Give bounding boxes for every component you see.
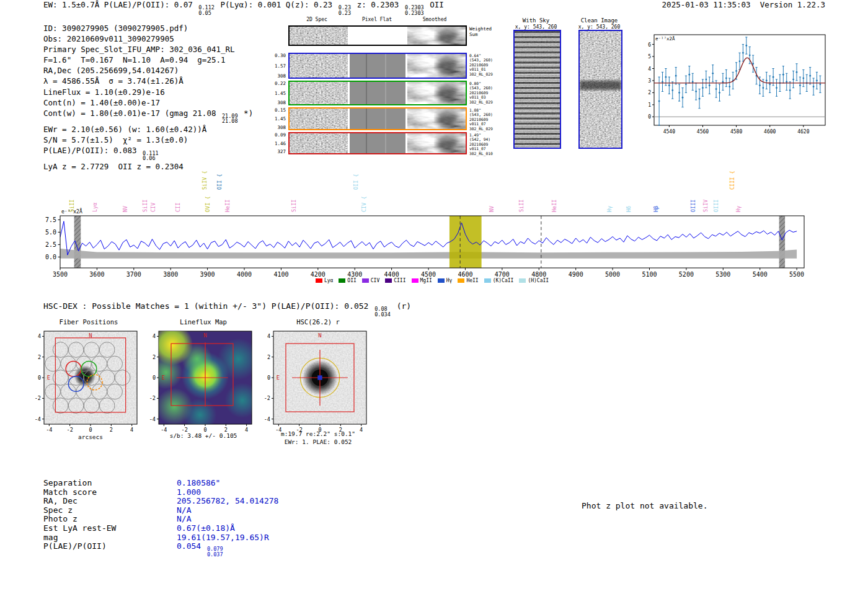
spectral-line-label: CIV (150, 203, 156, 212)
match-table-row: Separation0.180586" (43, 479, 278, 488)
match-field-value: 19.61(19.57,19.65)R (177, 533, 269, 543)
line-fit-plot: 454045604580460046200123456e⁻¹⁷x2Å (642, 29, 831, 143)
legend-item: OII (339, 278, 356, 283)
catalog-match-table: Separation0.180586"Match score1.000RA, D… (43, 479, 278, 557)
svg-text:0: 0 (648, 114, 651, 120)
match-field-label: Spec z (43, 506, 177, 515)
phot-z-note: Phot z plot not available. (582, 501, 708, 510)
svg-text:2: 2 (38, 354, 41, 360)
svg-text:4600: 4600 (458, 271, 472, 278)
svg-text:5100: 5100 (642, 271, 657, 278)
cutout-right-labels: Weighted Sum (469, 26, 492, 37)
svg-text:-4: -4 (149, 416, 156, 422)
match-field-label: Photo z (43, 515, 177, 524)
info-line: ID: 3090279905 (3090279905.pdf) (43, 23, 253, 33)
info-line: F=1.6" T=0.167 N=1.10 A=0.94 g=25.1 (43, 55, 253, 65)
svg-text:-2: -2 (149, 395, 156, 401)
spectral-line-label: Hδ (626, 206, 632, 212)
spectral-line-label: SiII (291, 200, 297, 212)
east-label: E (162, 375, 165, 381)
legend-swatch (519, 278, 526, 283)
svg-text:3600: 3600 (89, 271, 104, 278)
legend-item: (H)CaII (519, 278, 549, 283)
header-bar: EW: 1.5±0.7Å P(LAE)/P(OII): 0.07 0.1120.… (0, 0, 868, 16)
hsc-image-svg: -4-4-2-2002244NE (260, 325, 375, 444)
svg-text:0: 0 (38, 375, 41, 381)
svg-text:4100: 4100 (273, 271, 288, 278)
svg-text:4: 4 (153, 333, 156, 339)
svg-text:4560: 4560 (697, 129, 709, 135)
svg-text:3700: 3700 (126, 271, 141, 278)
svg-text:arcsecs: arcsecs (78, 433, 103, 440)
match-table-row: Photo zN/A (43, 515, 278, 524)
svg-text:0: 0 (153, 375, 156, 381)
svg-text:2.5: 2.5 (45, 241, 56, 248)
hsc-caption-1: m:19.7 re:2.2" s:0.1" (256, 430, 380, 437)
svg-text:4800: 4800 (531, 271, 546, 278)
spectral-line-label: NV (489, 206, 495, 212)
info-line: λ = 4586.55Å σ = 3.74(±1.26)Å (43, 76, 253, 86)
legend-label: (K)CaII (493, 278, 514, 283)
svg-text:4500: 4500 (421, 271, 436, 278)
svg-text:0: 0 (267, 375, 270, 381)
legend-item: HeII (458, 278, 478, 283)
match-table-row: Est LyA rest-EW0.67(±0.18)Å (43, 524, 278, 533)
svg-text:4580: 4580 (730, 129, 742, 135)
cutout-grid: 2D SpecPixel FlatSmoothedWeighted Sum0.3… (288, 17, 512, 159)
stacked-uncertainty: 21.0921.08 (222, 113, 238, 124)
svg-text:5: 5 (648, 54, 651, 60)
svg-text:1: 1 (648, 102, 651, 108)
spectral-line-label: OII { (353, 174, 359, 190)
info-line: Cont(n) = 1.40(±0.00)e-17 (43, 97, 253, 108)
hsc-caption-2: EWr: 1. PLAE: 0.052 (256, 438, 380, 445)
match-field-value: 0.180586" (177, 479, 220, 488)
stacked-uncertainty: 0.0790.037 (207, 546, 223, 557)
match-field-label: Match score (43, 488, 177, 497)
svg-text:4300: 4300 (347, 271, 362, 278)
spectral-line-label: CIII { (729, 171, 735, 190)
info-line: RA,Dec (205.256699,54.014267) (43, 65, 253, 76)
stacked-uncertainty: 0.230.23 (339, 5, 351, 16)
match-field-value: N/A (177, 515, 191, 524)
cutout-column-header: Smoothed (405, 17, 464, 22)
legend-swatch (362, 278, 369, 283)
legend-item: MgII (412, 278, 432, 283)
sky-panel-title: With Sky (501, 17, 571, 24)
match-field-label: Est LyA rest-EW (43, 524, 177, 533)
svg-text:4400: 4400 (384, 271, 399, 278)
legend-swatch (339, 278, 345, 283)
legend-label: OII (347, 278, 356, 283)
svg-text:2: 2 (648, 90, 651, 96)
svg-text:4: 4 (130, 427, 133, 433)
match-table-row: Spec zN/A (43, 506, 278, 515)
svg-text:4000: 4000 (237, 271, 252, 278)
legend-label: MgII (420, 278, 432, 283)
cutout-column-header: 2D Spec (288, 17, 346, 22)
stacked-uncertainty: 0.1110.06 (143, 151, 159, 161)
north-label: N (89, 332, 92, 339)
svg-text:5.0: 5.0 (45, 229, 56, 236)
svg-text:-4: -4 (46, 427, 52, 433)
info-line: Cont(w) = 1.80(±0.01)e-17 (gmag 21.08 21… (43, 108, 253, 124)
sky-panel-title: Clean Image (566, 17, 632, 24)
legend-swatch (438, 278, 445, 283)
cutout-right-labels: 1.49" (542, 94) 20210609 v011_07 302_RL_… (469, 133, 493, 156)
svg-text:6: 6 (648, 42, 651, 48)
legend-item: CIII (385, 278, 405, 283)
legend-label: CIV (371, 278, 379, 283)
svg-text:3900: 3900 (200, 271, 215, 278)
cutout-row (288, 25, 467, 46)
legend-item: Lyα (316, 278, 333, 283)
legend-label: Hγ (446, 278, 453, 283)
svg-text:4600: 4600 (764, 129, 776, 135)
legend-item: Hγ (438, 278, 453, 283)
svg-text:5000: 5000 (605, 271, 620, 278)
line-fit-svg: 454045604580460046200123456e⁻¹⁷x2Å (642, 29, 831, 140)
cutout-left-labels: 0.301.57308 (267, 53, 286, 79)
spectral-line-label: SiIV { (202, 171, 208, 190)
svg-text:-4: -4 (264, 416, 270, 422)
svg-text:4700: 4700 (495, 271, 510, 278)
svg-text:4900: 4900 (569, 271, 583, 278)
match-field-value: 0.67(±0.18)Å (177, 524, 235, 533)
match-field-label: Separation (43, 479, 177, 488)
